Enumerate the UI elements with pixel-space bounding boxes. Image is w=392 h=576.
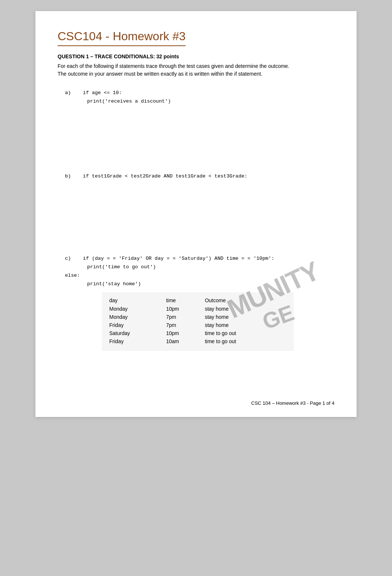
- part-c-else: else:: [65, 272, 334, 280]
- outcome-table: day time Outcome Monday10pmstay homeMond…: [109, 296, 286, 345]
- table-row: Monday7pmstay home: [109, 313, 286, 321]
- outcome-tbody: Monday10pmstay homeMonday7pmstay homeFri…: [109, 305, 286, 345]
- table-cell-time: 7pm: [166, 313, 205, 321]
- col-header-outcome: Outcome: [205, 296, 286, 305]
- table-cell-day: Friday: [109, 321, 166, 329]
- part-c-condition: if (day = = 'Friday' OR day = = 'Saturda…: [83, 256, 274, 261]
- table-cell-time: 10pm: [166, 305, 205, 313]
- part-b-condition: if test1Grade < test2Grade AND test1Grad…: [83, 173, 248, 179]
- table-row: Friday10amtime to go out: [109, 337, 286, 345]
- page-container: CSC104 - Homework #3 QUESTION 1 – TRACE …: [35, 11, 357, 417]
- page-title: CSC104 - Homework #3: [58, 30, 186, 46]
- part-b-block: b) if test1Grade < test2Grade AND test1G…: [65, 172, 334, 181]
- table-cell-time: 7pm: [166, 321, 205, 329]
- table-cell-outcome: time to go out: [205, 329, 286, 337]
- table-cell-day: Saturday: [109, 329, 166, 337]
- table-row: Friday7pmstay home: [109, 321, 286, 329]
- part-a-print: print('receives a discount'): [87, 97, 334, 106]
- part-a-condition: if age <= 10:: [83, 90, 122, 96]
- part-c-code: c) if (day = = 'Friday' OR day = = 'Satu…: [65, 255, 334, 289]
- table-cell-outcome: stay home: [205, 321, 286, 329]
- part-c: MUNITY GE c) if (day = = 'Friday' OR day…: [58, 255, 334, 351]
- question1-header: QUESTION 1 – TRACE CONDITIONALS: 32 poin…: [58, 54, 334, 59]
- table-cell-time: 10pm: [166, 329, 205, 337]
- question1-desc-line1: For each of the following if statements …: [58, 63, 289, 69]
- table-row: Saturday10pmtime to go out: [109, 329, 286, 337]
- outcome-table-container: day time Outcome Monday10pmstay homeMond…: [102, 292, 294, 351]
- part-a-block: a) if age <= 10: print('receives a disco…: [65, 89, 334, 106]
- table-cell-day: Monday: [109, 305, 166, 313]
- part-c-print: print('time to go out'): [87, 263, 334, 272]
- question1-desc-line2: The outcome in your answer must be writt…: [58, 71, 262, 77]
- table-header-row: day time Outcome: [109, 296, 286, 305]
- part-b: b) if test1Grade < test2Grade AND test1G…: [58, 172, 334, 181]
- table-cell-outcome: stay home: [205, 313, 286, 321]
- part-b-label: b): [65, 173, 71, 179]
- part-a: a) if age <= 10: print('receives a disco…: [58, 89, 334, 106]
- table-cell-outcome: stay home: [205, 305, 286, 313]
- col-header-time: time: [166, 296, 205, 305]
- table-cell-time: 10am: [166, 337, 205, 345]
- table-cell-outcome: time to go out: [205, 337, 286, 345]
- col-header-day: day: [109, 296, 166, 305]
- part-c-else-print: print('stay home'): [87, 280, 334, 289]
- part-c-label: c): [65, 256, 71, 261]
- table-row: Monday10pmstay home: [109, 305, 286, 313]
- page-footer: CSC 104 – Homework #3 - Page 1 of 4: [251, 400, 334, 406]
- question1-desc: For each of the following if statements …: [58, 62, 334, 78]
- table-cell-day: Monday: [109, 313, 166, 321]
- part-a-label: a): [65, 90, 71, 96]
- table-cell-day: Friday: [109, 337, 166, 345]
